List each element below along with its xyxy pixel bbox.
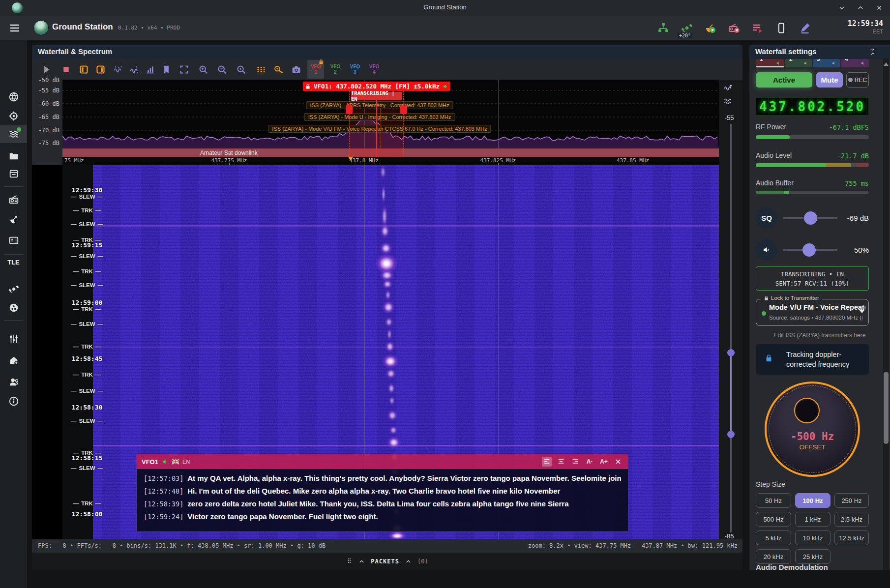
step-size-20-khz[interactable]: 20 kHz xyxy=(756,549,791,564)
vfo-handle-high[interactable] xyxy=(400,105,407,114)
device-icon[interactable] xyxy=(775,22,788,34)
histogram-button[interactable] xyxy=(143,62,157,76)
sidebar-item-crew[interactable] xyxy=(0,373,27,391)
step-size-50-hz[interactable]: 50 Hz xyxy=(756,493,791,508)
transmitter-label[interactable]: ISS (ZARYA) - Mode U - Imaging - Correct… xyxy=(304,113,455,121)
edit-icon[interactable] xyxy=(799,22,811,34)
waterfall-toggle-icon[interactable] xyxy=(724,97,732,108)
step-size-2-5-khz[interactable]: 2.5 kHz xyxy=(834,512,869,527)
step-size-1-khz[interactable]: 1 kHz xyxy=(795,512,831,527)
transcript-overlay[interactable]: VFO1 EN A- A+ [12:57:03]At my QA vet. Al… xyxy=(136,454,628,532)
vfo-tab-1[interactable]: VFO1 xyxy=(307,60,324,79)
snapshot-button[interactable] xyxy=(289,62,303,76)
spectrum-plot[interactable]: VFO1: 437.802.520 MHz [FM] ±5.0kHz TRANS… xyxy=(62,80,719,148)
drag-handle-icon[interactable] xyxy=(346,557,353,566)
sidebar-item-files[interactable] xyxy=(0,147,27,165)
font-larger-button[interactable]: A+ xyxy=(599,457,609,467)
panel-right-button[interactable] xyxy=(93,62,108,76)
transmitter-label[interactable]: ISS (ZARYA) - APRS Telemetry - Corrected… xyxy=(306,101,453,109)
sidebar-item-target[interactable] xyxy=(0,107,27,125)
step-size-500-hz[interactable]: 500 Hz xyxy=(756,512,791,527)
settings-scrollbar-thumb[interactable] xyxy=(884,372,889,444)
maximize-button[interactable] xyxy=(855,2,866,14)
offset-dial-knob[interactable] xyxy=(794,398,820,423)
audio-buffer-thumb[interactable] xyxy=(784,191,789,194)
transcript-header[interactable]: VFO1 EN A- A+ xyxy=(137,454,628,469)
grid-button[interactable] xyxy=(253,62,268,76)
menu-button[interactable] xyxy=(9,22,21,33)
settings-vfo-tab-4[interactable]: 4 xyxy=(841,59,869,67)
volume-slider[interactable] xyxy=(783,249,837,251)
transmitter-label[interactable]: ISS (ZARYA) - Mode V/U FM - Voice Repeat… xyxy=(268,125,491,133)
sidebar-item-reel[interactable] xyxy=(0,299,27,317)
range-slider-thumb-low[interactable] xyxy=(727,431,735,438)
transcript-close-icon[interactable] xyxy=(613,457,623,467)
sidebar-item-info[interactable] xyxy=(0,392,27,410)
sidebar-item-waterfall[interactable] xyxy=(0,125,27,143)
spectrum-toggle-icon[interactable] xyxy=(724,84,732,94)
edit-transmitters-link[interactable]: Edit ISS (ZARYA) transmitters here xyxy=(749,332,890,339)
wave-range-button[interactable] xyxy=(127,62,142,76)
radio-disconnected-icon[interactable] xyxy=(728,22,741,34)
step-size-100-hz[interactable]: 100 Hz xyxy=(795,493,831,508)
sidebar-item-sliders[interactable] xyxy=(0,330,27,348)
scroll-up-icon[interactable] xyxy=(884,62,889,66)
sidebar-item-globe[interactable] xyxy=(0,88,27,106)
play-button[interactable] xyxy=(39,62,54,76)
expand-icon[interactable] xyxy=(358,559,365,565)
offset-dial[interactable]: -500 Hz OFFSET xyxy=(765,382,860,477)
lock-to-transmitter-select[interactable]: Lock to Transmitter Mode V/U FM - Voice … xyxy=(756,299,869,326)
vfo-tab-2[interactable]: VFO2 xyxy=(327,60,344,79)
vfo-edge-high[interactable] xyxy=(403,91,404,148)
sidebar-item-monitor[interactable] xyxy=(0,232,27,249)
panel-left-button[interactable] xyxy=(76,62,91,76)
zoom-out-button[interactable] xyxy=(214,62,229,76)
vfo-tab-4[interactable]: VFO4 xyxy=(366,60,383,79)
collapse-panel-icon[interactable] xyxy=(869,48,876,58)
wave-points-button[interactable] xyxy=(111,62,125,76)
packets-bar[interactable]: PACKETS (0) xyxy=(32,553,742,570)
settings-vfo-tab-1[interactable]: 1 xyxy=(756,59,784,67)
sidebar-item-satellite[interactable] xyxy=(0,280,27,298)
sidebar-item-schedule[interactable] xyxy=(0,165,27,182)
align-left-button[interactable] xyxy=(542,457,552,467)
rec-button[interactable]: REC xyxy=(846,72,869,88)
network-status-icon[interactable] xyxy=(657,22,670,34)
close-button[interactable] xyxy=(873,2,885,14)
active-button[interactable]: Active xyxy=(756,72,812,88)
bookmark-button[interactable] xyxy=(159,62,174,76)
volume-thumb[interactable] xyxy=(802,243,816,257)
sidebar-item-dish[interactable] xyxy=(0,210,27,228)
mute-button[interactable]: Mute xyxy=(816,72,843,88)
align-center-button[interactable] xyxy=(556,457,566,467)
zoom-in-button[interactable] xyxy=(196,62,210,76)
sidebar-item-home-add[interactable] xyxy=(0,352,27,369)
rotator-tracking-icon[interactable] xyxy=(704,22,717,34)
playlist-icon[interactable] xyxy=(751,22,764,34)
audio-buffer-slider[interactable] xyxy=(756,191,869,194)
squelch-thumb[interactable] xyxy=(804,211,817,225)
sidebar-item-radio[interactable] xyxy=(0,191,27,208)
frequency-display[interactable]: 437.802.520 xyxy=(756,97,869,116)
vfo-handle-low[interactable] xyxy=(346,105,353,114)
settings-scrollbar[interactable] xyxy=(883,59,889,570)
expand-icon[interactable] xyxy=(405,559,412,565)
settings-vfo-tab-3[interactable]: 3 xyxy=(813,59,840,67)
range-slider-thumb-high[interactable] xyxy=(727,349,735,356)
step-size-12-5-khz[interactable]: 12.5 kHz xyxy=(834,530,869,545)
minimize-button[interactable] xyxy=(836,2,848,14)
font-smaller-button[interactable]: A- xyxy=(585,457,594,467)
vfo-edge-low[interactable] xyxy=(349,91,350,148)
zoom-search-button[interactable] xyxy=(234,62,248,76)
step-size-5-khz[interactable]: 5 kHz xyxy=(756,530,791,545)
step-size-25-khz[interactable]: 25 kHz xyxy=(795,549,831,564)
step-size-10-khz[interactable]: 10 kHz xyxy=(795,530,831,545)
range-slider-track[interactable] xyxy=(730,124,732,532)
satellite-elevation-icon[interactable]: +20° xyxy=(681,22,693,34)
vfo-tab-3[interactable]: VFO3 xyxy=(347,60,363,79)
stop-button[interactable] xyxy=(59,62,73,76)
align-right-button[interactable] xyxy=(570,457,580,467)
settings-vfo-tab-2[interactable]: 2 xyxy=(785,59,812,67)
measure-button[interactable] xyxy=(271,62,286,76)
squelch-slider[interactable] xyxy=(783,217,837,219)
